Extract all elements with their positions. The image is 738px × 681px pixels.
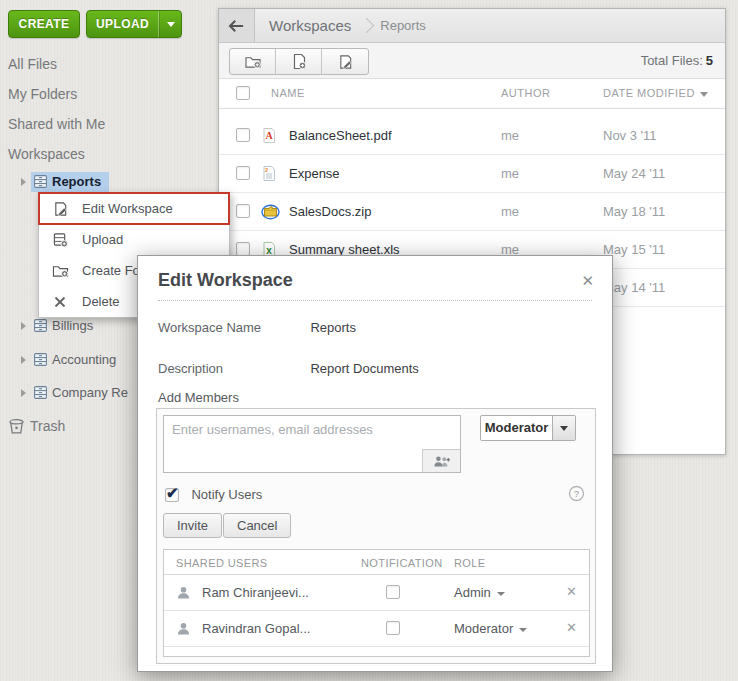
menu-item-label: Edit Workspace	[82, 201, 173, 216]
shared-users-header: SHARED USERS NOTIFICATION ROLE	[164, 550, 589, 575]
dropdown-button[interactable]	[552, 416, 575, 440]
file-name[interactable]: BalanceSheet.pdf	[289, 128, 392, 143]
back-arrow-icon	[228, 19, 246, 33]
expand-arrow-icon[interactable]	[21, 389, 26, 397]
help-icon[interactable]: ?	[568, 485, 585, 502]
column-header-role: ROLE	[454, 557, 486, 569]
upload-dropdown-toggle[interactable]	[159, 11, 181, 37]
new-folder-button[interactable]	[230, 49, 276, 74]
shared-user-row: Ravindran Gopal... ✔ Moderator ✕	[164, 611, 589, 647]
menu-item-upload[interactable]: Upload	[39, 224, 229, 255]
chevron-down-icon	[497, 592, 505, 596]
user-icon	[176, 621, 191, 636]
row-checkbox[interactable]: ✔	[236, 166, 250, 180]
file-author: me	[501, 204, 519, 219]
pdf-file-icon: A	[261, 127, 277, 144]
edit-icon	[338, 54, 353, 70]
file-name[interactable]: Expense	[289, 166, 340, 181]
breadcrumb-separator-icon	[359, 18, 375, 34]
column-header-date[interactable]: DATE MODIFIED	[603, 87, 708, 99]
upload-button-label[interactable]: UPLOAD	[87, 11, 159, 37]
svg-text:?: ?	[574, 488, 579, 499]
table-row[interactable]: ✔ 2 Expense me May 24 '11	[219, 155, 725, 193]
breadcrumb-workspaces[interactable]: Workspaces	[269, 17, 351, 34]
zip-file-icon	[261, 203, 280, 220]
table-row[interactable]: ✔ SalesDocs.zip me May 18 '11	[219, 193, 725, 231]
table-row[interactable]: ✔ A BalanceSheet.pdf me Nov 3 '11	[219, 117, 725, 155]
file-toolbar: Total Files:5	[219, 43, 725, 79]
remove-user-icon[interactable]: ✕	[566, 620, 577, 635]
cancel-button[interactable]: Cancel	[223, 513, 291, 538]
file-name[interactable]: SalesDocs.zip	[289, 204, 371, 219]
expand-arrow-icon[interactable]	[21, 178, 26, 186]
workspace-name-value: Reports	[310, 320, 356, 335]
file-date: Nov 3 '11	[603, 128, 657, 143]
user-role-dropdown[interactable]: Admin	[454, 585, 505, 600]
create-folder-icon	[51, 263, 69, 278]
new-file-icon	[291, 53, 307, 70]
upload-button[interactable]: UPLOAD	[86, 10, 182, 38]
workspace-name-label: Workspace Name	[158, 320, 306, 335]
role-dropdown[interactable]: Moderator	[480, 415, 576, 441]
workspace-icon	[33, 352, 48, 367]
back-button[interactable]	[219, 9, 255, 42]
row-checkbox[interactable]: ✔	[236, 242, 250, 256]
remove-user-icon[interactable]: ✕	[566, 584, 577, 599]
sidebar-item-shared-with-me[interactable]: Shared with Me	[8, 112, 105, 136]
row-checkbox[interactable]: ✔	[236, 204, 250, 218]
workspace-item-reports[interactable]: Reports	[0, 170, 218, 194]
invite-input[interactable]	[170, 421, 450, 438]
row-checkbox[interactable]: ✔	[236, 128, 250, 142]
file-table-header: ✔ NAME AUTHOR DATE MODIFIED	[219, 79, 725, 109]
column-header-name[interactable]: NAME	[271, 87, 305, 99]
column-header-author[interactable]: AUTHOR	[501, 87, 550, 99]
workspace-label: Accounting	[52, 348, 116, 372]
select-all-checkbox[interactable]: ✔	[236, 86, 250, 100]
notification-checkbox[interactable]: ✔	[386, 585, 400, 599]
pick-users-button[interactable]	[422, 449, 460, 472]
svg-text:x: x	[266, 245, 272, 256]
trash-label: Trash	[30, 418, 65, 434]
invite-input-area[interactable]	[163, 415, 461, 473]
expand-arrow-icon[interactable]	[21, 356, 26, 364]
sidebar-item-all-files[interactable]: All Files	[8, 52, 57, 76]
sidebar-item-workspaces[interactable]: Workspaces	[8, 142, 85, 166]
workspace-icon	[33, 318, 48, 333]
svg-text:A: A	[265, 130, 273, 141]
description-label: Description	[158, 361, 306, 376]
svg-text:2: 2	[265, 167, 268, 173]
role-dropdown-value: Moderator	[481, 416, 552, 440]
edit-button[interactable]	[322, 49, 368, 74]
workspace-name-field: Workspace Name Reports	[158, 318, 356, 336]
expand-arrow-icon[interactable]	[21, 322, 26, 330]
divider	[158, 300, 592, 301]
chevron-down-icon	[560, 426, 568, 431]
description-field: Description Report Documents	[158, 359, 419, 377]
add-members-section: Moderator ✔ Notify Users ? Invite Cancel…	[156, 408, 596, 664]
invite-button[interactable]: Invite	[163, 513, 222, 538]
chevron-down-icon	[167, 22, 175, 27]
trash-icon	[8, 418, 25, 435]
file-date: May 24 '11	[603, 166, 665, 181]
dialog-title: Edit Workspace	[158, 270, 293, 291]
upload-icon	[51, 232, 69, 248]
notify-users-checkbox[interactable]: ✔	[165, 488, 179, 502]
sidebar-item-my-folders[interactable]: My Folders	[8, 82, 77, 106]
notify-users-label: Notify Users	[191, 487, 262, 502]
sidebar-item-trash[interactable]: Trash	[8, 414, 65, 438]
new-file-button[interactable]	[276, 49, 322, 74]
close-icon[interactable]: ✕	[581, 272, 594, 290]
workspace-icon	[33, 174, 48, 189]
breadcrumb: Workspaces Reports	[219, 9, 725, 43]
user-role-dropdown[interactable]: Moderator	[454, 621, 527, 636]
description-value: Report Documents	[310, 361, 418, 376]
menu-item-label: Delete	[82, 294, 120, 309]
edit-workspace-dialog: Edit Workspace ✕ Workspace Name Reports …	[137, 255, 613, 672]
create-button[interactable]: CREATE	[8, 10, 80, 38]
workspace-label: Reports	[52, 170, 101, 194]
total-files: Total Files:5	[641, 53, 713, 68]
notification-checkbox[interactable]: ✔	[386, 621, 400, 635]
column-header-notification: NOTIFICATION	[361, 557, 443, 569]
menu-item-edit-workspace[interactable]: Edit Workspace	[39, 193, 229, 224]
total-files-count: 5	[706, 53, 713, 68]
